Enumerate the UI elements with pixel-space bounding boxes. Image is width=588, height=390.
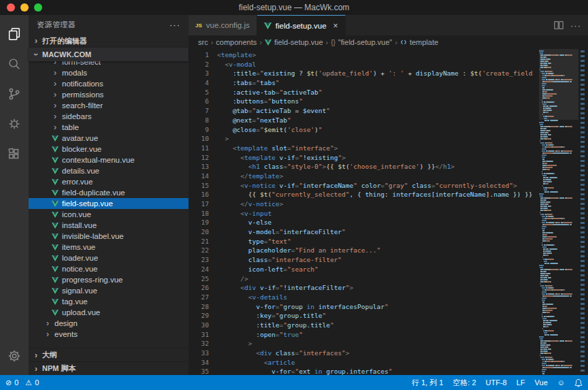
- breadcrumb-file[interactable]: field-setup.vue: [274, 38, 323, 46]
- braces-symbol-icon: {}: [331, 39, 336, 46]
- npm-scripts-section[interactable]: › NPM 脚本: [29, 361, 189, 375]
- minimap[interactable]: [539, 49, 578, 375]
- tree-item-label: avatar.vue: [62, 134, 98, 142]
- open-editors-section[interactable]: › 打开的编辑器: [29, 34, 189, 48]
- cursor-position[interactable]: 行 1, 列 1: [412, 378, 443, 388]
- tree-item-search-filter[interactable]: ›search-filter: [29, 100, 189, 111]
- tree-item-error.vue[interactable]: error.vue: [29, 176, 189, 187]
- vue-icon: [52, 157, 59, 163]
- vue-icon: [52, 299, 59, 305]
- tree-item-label: upload.vue: [62, 308, 100, 316]
- tree-item-label: contextual-menu.vue: [62, 156, 135, 164]
- tree-item-table[interactable]: ›table: [29, 122, 189, 133]
- minimize-window-button[interactable]: [20, 3, 29, 12]
- tree-item-contextual-menu.vue[interactable]: contextual-menu.vue: [29, 155, 189, 165]
- tree-item-tag.vue[interactable]: tag.vue: [29, 296, 189, 307]
- tree-item-permissions[interactable]: ›permissions: [29, 89, 189, 100]
- tree-item-events[interactable]: ›events: [29, 329, 189, 340]
- search-icon[interactable]: [0, 49, 29, 79]
- breadcrumb-separator: ›: [395, 38, 397, 46]
- problems-warnings[interactable]: ⚠ 0: [25, 378, 39, 387]
- tree-item-field-setup.vue[interactable]: field-setup.vue: [29, 198, 189, 209]
- tree-item-blocker.vue[interactable]: blocker.vue: [29, 144, 189, 155]
- split-editor-icon[interactable]: [554, 20, 564, 30]
- tab-vue-config-js[interactable]: JS vue.config.js: [189, 15, 257, 35]
- tree-item-modals[interactable]: ›modals: [29, 67, 189, 78]
- tree-item-label: install.vue: [62, 221, 97, 229]
- chevron-down-icon: ›: [33, 51, 39, 58]
- chevron-right-icon: ›: [33, 365, 39, 372]
- encoding-setting[interactable]: UTF-8: [486, 378, 507, 387]
- tree-item-design[interactable]: ›design: [29, 318, 189, 329]
- vue-icon: [52, 190, 59, 196]
- code-lines[interactable]: <template> <v-modal :title="existing ? $…: [217, 49, 539, 375]
- debug-icon[interactable]: [0, 109, 29, 139]
- breadcrumb-components[interactable]: components: [216, 38, 257, 46]
- tree-item-signal.vue[interactable]: signal.vue: [29, 285, 189, 296]
- breadcrumb-separator: ›: [259, 38, 262, 46]
- breadcrumb-template[interactable]: template: [410, 38, 438, 46]
- breadcrumbs: src › components › field-setup.vue › {} …: [189, 35, 588, 49]
- tree-item-progress-ring.vue[interactable]: progress-ring.vue: [29, 274, 189, 285]
- explorer-sidebar: 资源管理器 ··· › 打开的编辑器 › MACWK.COM ›form-sel…: [29, 15, 189, 375]
- error-count: 0: [14, 378, 18, 387]
- vue-icon: [52, 146, 59, 152]
- tree-item-invisible-label.vue[interactable]: invisible-label.vue: [29, 231, 189, 242]
- workspace-section[interactable]: › MACWK.COM: [29, 48, 189, 61]
- chevron-right-icon: ›: [44, 320, 51, 327]
- tree-item-items.vue[interactable]: items.vue: [29, 242, 189, 253]
- tree-item-avatar.vue[interactable]: avatar.vue: [29, 133, 189, 144]
- chevron-right-icon: ›: [52, 69, 59, 76]
- vue-icon: [52, 212, 59, 218]
- editor-more-actions-icon[interactable]: ···: [570, 20, 581, 31]
- chevron-right-icon: ›: [52, 102, 59, 109]
- overview-ruler-scrollbar[interactable]: [578, 49, 588, 375]
- status-bar: ⊘ 0 ⚠ 0 行 1, 列 1 空格: 2 UTF-8 LF Vue ☺: [0, 375, 588, 390]
- vscode-window: field-setup.vue — MacWk.com: [0, 0, 588, 390]
- close-window-button[interactable]: [7, 3, 15, 12]
- tree-item-field-duplicate.vue[interactable]: field-duplicate.vue: [29, 187, 189, 198]
- tree-item-label: tag.vue: [62, 297, 88, 306]
- tree-item-label: loader.vue: [62, 254, 98, 262]
- tree-item-label: field-duplicate.vue: [62, 189, 125, 197]
- outline-section[interactable]: › 大纲: [29, 348, 189, 361]
- editor-group: JS vue.config.js field-setup.vue × ··· s…: [189, 15, 588, 375]
- window-title: field-setup.vue — MacWk.com: [0, 3, 588, 12]
- problems-errors[interactable]: ⊘ 0: [5, 378, 18, 387]
- sidebar-more-actions-icon[interactable]: ···: [169, 20, 180, 30]
- settings-gear-icon[interactable]: [0, 341, 29, 371]
- breadcrumb-src[interactable]: src: [198, 38, 208, 46]
- tab-label: field-setup.vue: [276, 22, 327, 30]
- tab-field-setup-vue[interactable]: field-setup.vue ×: [257, 15, 346, 35]
- tree-item-loader.vue[interactable]: loader.vue: [29, 253, 189, 263]
- tree-item-label: design: [54, 319, 78, 327]
- tree-item-label: permissions: [62, 91, 103, 99]
- open-editors-label: 打开的编辑器: [42, 36, 87, 46]
- tree-item-label: events: [54, 330, 78, 338]
- vue-icon: [52, 233, 59, 240]
- breadcrumb-symbol-root[interactable]: "field-setup.vue": [338, 38, 392, 46]
- sidebar-title: 资源管理器: [37, 20, 76, 30]
- tree-item-upload.vue[interactable]: upload.vue: [29, 307, 189, 318]
- close-tab-icon[interactable]: ×: [333, 21, 338, 31]
- eol-setting[interactable]: LF: [517, 378, 525, 387]
- vue-icon: [52, 244, 59, 250]
- notifications-bell-icon[interactable]: [574, 378, 583, 387]
- tree-item-sidebars[interactable]: ›sidebars: [29, 111, 189, 122]
- extensions-icon[interactable]: [0, 139, 29, 169]
- zoom-window-button[interactable]: [34, 3, 42, 12]
- indentation-setting[interactable]: 空格: 2: [453, 378, 476, 388]
- feedback-smiley-icon[interactable]: ☺: [557, 378, 565, 387]
- tree-item-details.vue[interactable]: details.vue: [29, 165, 189, 176]
- source-control-icon[interactable]: [0, 79, 29, 109]
- chevron-right-icon: ›: [52, 91, 59, 98]
- tree-item-notifications[interactable]: ›notifications: [29, 78, 189, 89]
- tree-item-icon.vue[interactable]: icon.vue: [29, 209, 189, 220]
- vue-icon: [52, 310, 59, 316]
- explorer-icon[interactable]: [0, 19, 29, 49]
- tree-item-notice.vue[interactable]: notice.vue: [29, 263, 189, 274]
- language-mode[interactable]: Vue: [535, 378, 548, 387]
- tree-item-install.vue[interactable]: install.vue: [29, 220, 189, 231]
- tab-bar: JS vue.config.js field-setup.vue × ···: [189, 15, 588, 35]
- vue-icon: [52, 255, 59, 261]
